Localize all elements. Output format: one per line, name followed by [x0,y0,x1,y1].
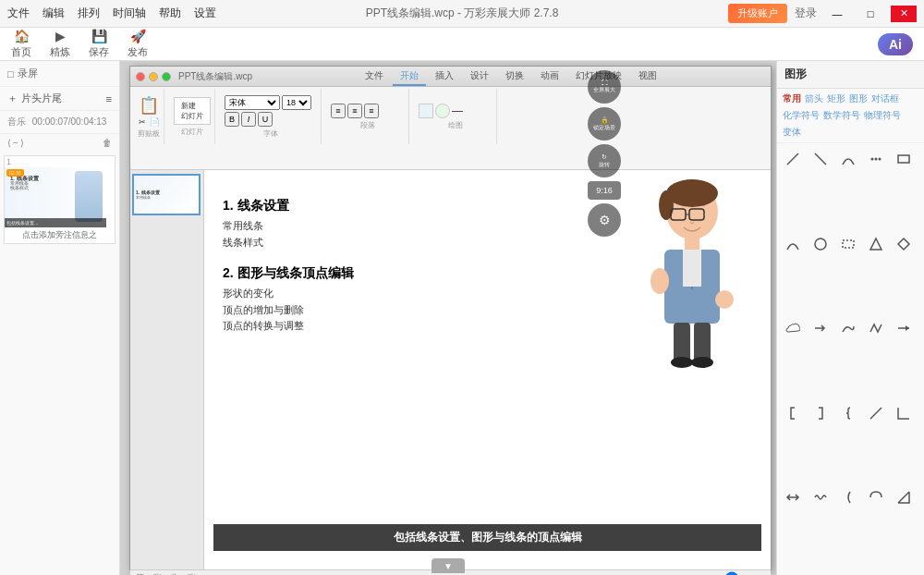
slide-thumbnail-1[interactable]: 1 1. 线条设置 常用线条 线条样式 包括线条设置... 02:30 点击添加… [4,155,116,244]
timeline-mini-controls: ⟨ − ⟩ 🗑 [0,134,119,152]
underline-btn[interactable]: U [258,112,273,127]
shape-diagonal-line[interactable] [783,149,803,169]
shape-circle-btn[interactable] [435,104,450,118]
shape-bracket-right[interactable] [810,403,831,423]
shape-dots[interactable] [866,149,886,169]
align-right-btn[interactable]: ≡ [364,104,379,118]
shape-paren[interactable] [838,487,858,508]
aspect-ratio-btn[interactable]: 9:16 [588,181,621,200]
toolbar-preview[interactable]: ▶ 精炼 [50,29,70,59]
shape-cat-math[interactable]: 数学符号 [823,109,860,122]
tab-file[interactable]: 文件 [358,67,391,86]
home-icon: 🏠 [14,29,30,43]
shape-line-arrow[interactable] [894,318,914,338]
shape-cat-rect[interactable]: 矩形 [827,92,845,105]
align-center-btn[interactable]: ≡ [347,104,362,118]
rotate-btn[interactable]: ↻ 旋转 [588,144,621,177]
tab-home[interactable]: 开始 [393,67,426,86]
shape-corner2[interactable] [894,487,914,508]
svg-line-17 [815,153,826,165]
shape-arc[interactable] [783,234,803,254]
close-button[interactable]: ✕ [891,6,917,22]
shape-line-diag[interactable] [866,403,886,423]
svg-rect-6 [685,237,699,251]
copy-btn[interactable]: 📄 [150,117,160,127]
shape-cat-bubble[interactable]: 对话框 [871,92,899,105]
shape-double-arrow[interactable] [783,487,803,508]
svg-point-11 [715,290,734,309]
shape-circle-outline[interactable] [810,234,831,254]
minus-icon[interactable]: − [13,138,18,148]
shape-cat-physics[interactable]: 物理符号 [864,109,901,122]
step-back-icon[interactable]: ⟨ [7,138,11,148]
paste-btn[interactable]: 📋 [139,95,159,116]
toolbar-home[interactable]: 🏠 首页 [11,29,31,59]
shape-curve[interactable] [838,149,858,169]
shape-cat-arrow[interactable]: 箭头 [805,92,823,105]
main-toolbar: 🏠 首页 ▶ 精炼 💾 保存 🚀 发布 Ai [0,28,924,61]
slide-subtitle-bar: 包括线条设置、图形与线条的顶点编辑 [213,524,761,551]
tab-insert[interactable]: 插入 [428,67,461,86]
slide-mini-1[interactable]: 1. 线条设置 常用线条 [132,174,201,215]
menu-file[interactable]: 文件 [7,6,30,21]
font-size-select[interactable]: 18 [282,95,311,110]
menu-arrange[interactable]: 排列 [78,6,100,21]
shape-cat-shape[interactable]: 图形 [849,92,868,105]
main-area: □ 录屏 ＋ 片头片尾 ≡ 音乐 00:00:07/00:04:13 ⟨ − ⟩… [0,61,924,575]
tab-transition[interactable]: 切换 [498,67,531,86]
font-family-select[interactable]: 宋体 [225,95,280,110]
new-slide-btn[interactable]: 新建幻灯片 [174,97,211,125]
cut-btn[interactable]: ✂ [139,117,146,127]
lock-scene-btn[interactable]: 🔒 锁定场景 [588,107,621,141]
ai-badge[interactable]: Ai [878,33,913,55]
shape-curly[interactable] [838,403,858,423]
shape-triangle[interactable] [866,234,886,254]
tab-design[interactable]: 设计 [463,67,496,86]
step-fwd-icon[interactable]: ⟩ [20,138,24,148]
add-slide-btn[interactable]: ＋ 片头片尾 ≡ [0,87,119,111]
shape-zigzag[interactable] [866,318,886,338]
fullscreen-btn[interactable]: ⛶ 全屏展大 [588,70,621,104]
drawing-label: 绘图 [448,120,463,130]
shape-cat-common[interactable]: 常用 [783,92,801,105]
shape-dashed-rect[interactable] [838,234,858,254]
menu-settings[interactable]: 设置 [194,6,216,21]
align-left-btn[interactable]: ≡ [331,104,346,118]
shape-rect-outline[interactable] [894,149,914,169]
toolbar-publish[interactable]: 🚀 发布 [128,29,148,59]
tab-animation[interactable]: 动画 [533,67,566,86]
upgrade-button[interactable]: 升级账户 [728,4,787,23]
shape-corner-line[interactable] [894,403,914,423]
login-link[interactable]: 登录 [795,6,817,21]
shape-cloud[interactable] [783,318,803,338]
trash-icon[interactable]: 🗑 [103,138,112,148]
shape-bracket-left[interactable] [783,403,803,423]
maximize-button[interactable]: □ [857,6,883,22]
shape-cat-chem[interactable]: 化学符号 [783,109,820,122]
minimize-button[interactable]: — [824,6,850,22]
settings-btn[interactable]: ⚙ [588,203,621,237]
shape-curve2[interactable] [838,318,858,338]
expand-timeline-btn[interactable]: ▼ [432,558,465,573]
shape-half-circle[interactable] [866,487,886,508]
italic-btn[interactable]: I [241,112,256,127]
ppt-filename: PPT线条编辑.wcp [178,70,252,83]
shape-diamond[interactable] [894,234,914,254]
tab-view[interactable]: 视图 [631,67,664,86]
menu-help[interactable]: 帮助 [159,6,181,21]
add-slide-menu-icon: ≡ [106,93,112,104]
slide-canvas-area[interactable]: 1. 线条设置 常用线条 线条样式 2. 图形与线条顶点编辑 形状的变化 顶点的… [204,170,771,569]
shape-cat-variant[interactable]: 变体 [783,126,801,139]
save-icon: 💾 [91,29,107,43]
ribbon-group-font: 宋体 18 B I U 字体 [221,89,322,144]
bold-btn[interactable]: B [225,112,239,127]
shape-wave[interactable] [810,487,831,508]
shape-rect-btn[interactable] [419,104,433,118]
shapes-grid [777,143,924,575]
menu-timeline[interactable]: 时间轴 [113,6,146,21]
shape-arrow-right[interactable] [810,318,831,338]
toolbar-save[interactable]: 💾 保存 [89,29,109,59]
line-btn[interactable]: — [452,104,467,118]
menu-edit[interactable]: 编辑 [43,6,65,21]
shape-diagonal-line2[interactable] [810,149,831,169]
